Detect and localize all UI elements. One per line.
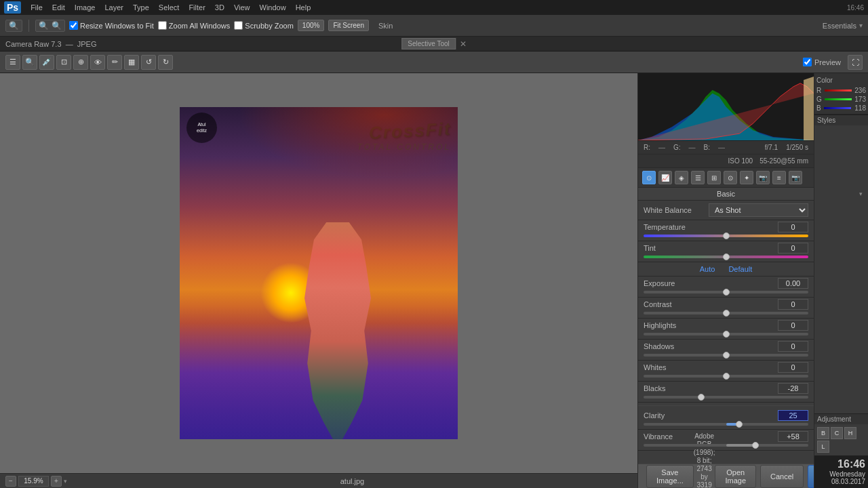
color-b-slider[interactable] [824,107,851,109]
exposure-thumb[interactable] [723,289,730,296]
panel-presets-icon[interactable]: ≡ [772,171,786,184]
highlights-value[interactable] [778,320,808,331]
scrubby-zoom-checkbox[interactable]: Scrubby Zoom [234,21,294,30]
adj-icon-2[interactable]: C [831,427,843,439]
footer-info: Adobe RGB (1998); 8 bit; 2743 by 3319 (9… [694,432,715,489]
adj-icon-4[interactable]: L [817,441,829,453]
color-r-slider[interactable] [825,89,852,92]
auto-link[interactable]: Auto [700,265,715,273]
contrast-value[interactable] [778,299,808,310]
cr-tool-rotate-r[interactable]: ↻ [158,55,173,70]
menu-type[interactable]: Type [133,3,149,12]
zoom-down-btn[interactable]: − [5,476,16,487]
blacks-thumb[interactable] [698,394,705,401]
menu-select[interactable]: Select [159,3,180,12]
tint-label: Tint [644,244,656,252]
menu-filter[interactable]: Filter [189,3,205,12]
cr-close-btn[interactable]: ✕ [460,39,467,49]
clarity-thumb[interactable] [736,421,743,428]
tint-value[interactable] [778,243,808,253]
panel-snapshots-icon[interactable]: 📷 [789,171,802,184]
panel-basic-icon[interactable]: ⊙ [642,171,656,184]
save-image-button[interactable]: Save Image... [646,465,694,488]
menu-layer[interactable]: Layer [104,3,123,12]
cancel-button[interactable]: Cancel [760,465,804,488]
panel-effects-icon[interactable]: ✦ [740,171,753,184]
cr-tool-brush[interactable]: ✏ [107,55,122,70]
menu-window[interactable]: Window [260,3,286,12]
open-image-button[interactable]: Open Image [715,465,756,488]
menu-3d[interactable]: 3D [215,3,224,12]
blacks-track[interactable] [644,396,808,399]
whites-track[interactable] [644,375,808,378]
vibrance-thumb[interactable] [752,442,759,449]
fullscreen-btn[interactable]: ⛶ [848,55,863,70]
shadows-track[interactable] [644,354,808,357]
vibrance-value[interactable] [778,431,808,442]
resize-windows-checkbox[interactable]: Resize Windows to Fit [69,21,154,30]
cr-tool-zoom[interactable]: 🔍 [22,55,37,70]
tint-track[interactable] [644,256,808,258]
cr-tool-hand[interactable]: ☰ [5,55,20,70]
menu-help[interactable]: Help [296,3,311,12]
whites-thumb[interactable] [723,373,730,380]
color-r-row: R 236 [816,87,866,94]
ps-toolbar: 🔍 🔍 🔍 Resize Windows to Fit Zoom All Win… [0,15,868,37]
fit-screen-button[interactable]: Fit Screen [328,20,369,31]
panel-lens-icon[interactable]: ⊙ [724,171,737,184]
temperature-thumb[interactable] [723,232,730,239]
cr-tool-redeye[interactable]: 👁 [90,55,105,70]
divider-1 [638,405,814,406]
adj-icon-1[interactable]: B [817,427,829,439]
cr-tool-rotate-l[interactable]: ↺ [141,55,156,70]
panel-hsl-icon[interactable]: ☰ [691,171,705,184]
zoom-input[interactable] [18,476,49,487]
footer-info-container[interactable]: Adobe RGB (1998); 8 bit; 2743 by 3319 (9… [694,432,715,489]
cr-tool-grad[interactable]: ▦ [124,55,139,70]
zoom-in-icon[interactable]: 🔍 [52,21,62,30]
menu-view[interactable]: View [234,3,250,12]
cr-tool-crop[interactable]: ⊡ [56,55,71,70]
tint-thumb[interactable] [723,253,730,260]
highlights-thumb[interactable] [723,331,730,338]
preview-checkbox[interactable] [803,58,812,66]
adj-icon-3[interactable]: H [844,427,856,439]
cr-tool-eyedropper[interactable]: 💉 [39,55,54,70]
adjustment-panel-icons: B C H L [814,424,868,455]
temperature-label: Temperature [644,223,686,231]
zoom-out-icon[interactable]: 🔍 [39,21,49,30]
cr-tool-heal[interactable]: ⊕ [73,55,88,70]
whites-value[interactable] [778,362,808,373]
exposure-value[interactable] [778,278,808,289]
highlights-track[interactable] [644,333,808,336]
color-g-slider[interactable] [825,98,852,100]
blacks-value[interactable] [778,383,808,394]
wb-select[interactable]: As Shot [709,203,808,217]
zoom-all-checkbox[interactable]: Zoom All Windows [158,21,230,30]
zoom-up-btn[interactable]: + [51,476,62,487]
clarity-track[interactable] [644,423,808,426]
contrast-thumb[interactable] [723,310,730,317]
menu-edit[interactable]: Edit [52,3,65,12]
panel-tone-icon[interactable]: 📈 [658,171,672,184]
menu-image[interactable]: Image [75,3,96,12]
clock-time-display: 16:46 [817,458,865,470]
shadows-thumb[interactable] [723,352,730,359]
panel-camera-icon[interactable]: 📷 [756,171,770,184]
panel-detail-icon[interactable]: ◈ [675,171,688,184]
contrast-track[interactable] [644,312,808,314]
zoom-dropdown-icon[interactable]: ▾ [64,478,67,485]
exposure-track[interactable] [644,291,808,293]
exif-row: R: — G: — B: — f/7.1 1/250 s [638,141,814,155]
menu-file[interactable]: File [31,3,43,12]
shadows-value[interactable] [778,341,808,352]
section-collapse-icon[interactable]: ▾ [859,190,863,197]
panel-split-icon[interactable]: ⊞ [707,171,721,184]
default-link[interactable]: Default [728,265,752,273]
temperature-track[interactable] [644,235,808,237]
panel-collapse-icon[interactable]: ▾ [859,22,863,29]
vibrance-track[interactable] [644,444,808,447]
zoom-100-button[interactable]: 100% [298,20,325,31]
temperature-value[interactable] [778,222,808,232]
clarity-value[interactable] [778,410,808,421]
